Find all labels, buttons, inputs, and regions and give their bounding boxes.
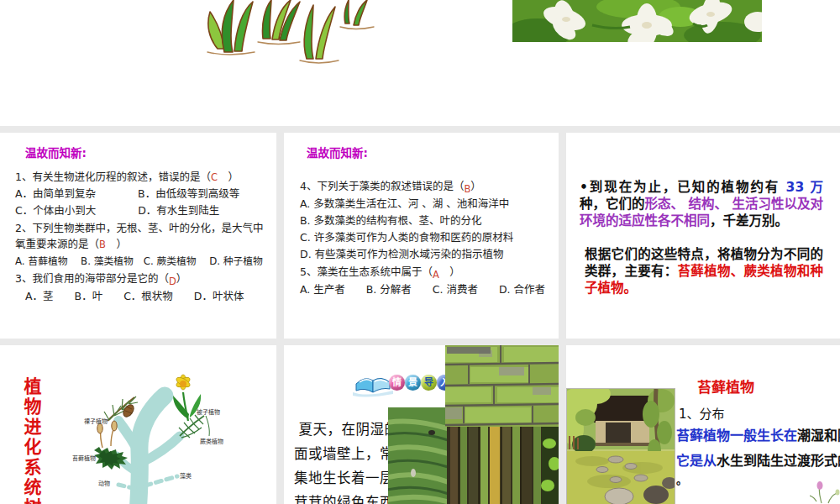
question-4: 4、下列关于藻类的叙述错误的是（B） xyxy=(300,177,481,193)
mossy-brick-wall-photo xyxy=(445,345,559,427)
question-3-options: A．茎 B．叶 C．根状物 D．叶状体 xyxy=(25,287,244,303)
label-fern: 蕨类植物 xyxy=(200,438,223,445)
slide-review-questions-2: 温故而知新: 4、下列关于藻类的叙述错误的是（B） A. 多数藻类生活在江、河 … xyxy=(284,133,559,339)
scene-text-line4: 茸茸的绿色东西 xyxy=(294,491,394,504)
answer-letter: A xyxy=(433,269,439,281)
question-1-options-cd: C．个体由小到大 D．有水生到陆生 xyxy=(15,202,219,218)
slide-moss-plants: 苔藓植物 1、分布 苔藓植物一般生长在潮湿和阴暗的环境 它是从水生到陆生过渡形式… xyxy=(566,345,840,504)
question-5: 5、藻类在生态系统中属于（A ） xyxy=(300,263,460,279)
answer-letter: B xyxy=(99,239,106,250)
photo-watermark xyxy=(447,347,491,354)
slide-review-questions-1: 温故而知新: 1、有关生物进化历程的叙述，错误的是（C ） A．由简单到复杂 B… xyxy=(0,133,276,339)
row-separator xyxy=(0,339,840,345)
vertical-slide-title: 植物进化系统树 xyxy=(18,377,44,504)
answer-letter: C xyxy=(211,171,218,183)
badge-char-dao: 导 xyxy=(421,375,437,391)
intro-paragraph-1: •到现在为止，已知的植物约有 33 万种，它们的形态、 结构、 生活习性以及对环… xyxy=(580,179,823,229)
question-4-option-c: C. 许多藻类可作为人类的食物和医药的原材料 xyxy=(300,228,513,244)
question-4-option-a: A. 多数藻类生活在江、河 、湖 、池和海洋中 xyxy=(300,195,509,211)
label-algae: 藻类 xyxy=(180,472,192,480)
slide-title: 温故而知新: xyxy=(307,144,368,160)
question-1-options-ab: A．由简单到复杂 B．由低级等到高级等 xyxy=(15,185,239,201)
label-animal: 动物 xyxy=(98,480,110,487)
period: 。 xyxy=(676,471,687,487)
label-angiosperm: 被子植物 xyxy=(197,408,220,416)
badge-char-qing: 情 xyxy=(389,375,405,391)
question-1: 1、有关生物进化历程的叙述，错误的是（C ） xyxy=(15,168,239,184)
flower-decoration xyxy=(810,481,840,504)
question-5-options: A. 生产者 B. 分解者 C. 消费者 D. 合作者 xyxy=(300,281,545,297)
slide-scene-intro: 情 景 导 入 夏天，在阴湿的地 面或墙壁上，常密 集地生长着一层毛 茸茸的绿色… xyxy=(284,345,559,504)
slide-title: 苔藓植物 xyxy=(697,375,754,396)
mossy-rocks-photo xyxy=(388,407,447,504)
slide-title: 温故而知新: xyxy=(25,144,87,160)
document-page: 温故而知新: 1、有关生物进化历程的叙述，错误的是（C ） A．由简单到复杂 B… xyxy=(0,0,840,504)
label-gymnosperm: 裸子植物 xyxy=(84,417,108,425)
cartoon-grass-illustration xyxy=(206,0,382,69)
question-2-line1: 2、下列生物类群中，无根、茎、叶的分化，是大气中 xyxy=(15,219,263,235)
question-4-option-d: D. 有些藻类可作为检测水域污染的指示植物 xyxy=(300,245,504,261)
intro-paragraph-2: 根据它们的这些特点，将植物分为不同的类群，主要有：苔藓植物、蕨类植物和种子植物。 xyxy=(585,246,823,297)
question-4-option-b: B. 多数藻类的结构有根、茎、叶的分化 xyxy=(300,212,482,228)
bullet: • xyxy=(580,180,588,195)
slide-plant-kingdom-intro: •到现在为止，已知的植物约有 33 万种，它们的形态、 结构、 生活习性以及对环… xyxy=(566,133,840,339)
mossy-tree-trunks-photo xyxy=(447,427,559,504)
column-gutter xyxy=(559,126,566,504)
slide-evolution-tree: 植物进化系统树 xyxy=(0,345,276,504)
subtitle-distribution: 1、分布 xyxy=(679,404,725,422)
question-2-options: A. 苔藓植物 B. 藻类植物 C. 蕨类植物 D. 种子植物 xyxy=(15,253,263,267)
column-gutter xyxy=(276,126,284,504)
answer-letter: D xyxy=(169,276,176,287)
label-moss: 苔藓植物 xyxy=(72,454,96,462)
distribution-line2: 它是从水生到陆生过渡形式的代表 xyxy=(676,449,840,470)
mossy-garden-photo xyxy=(566,388,675,504)
count-highlight: 33 万 xyxy=(786,180,823,195)
badge-char-jing: 景 xyxy=(405,375,421,391)
answer-letter: B xyxy=(464,183,470,195)
question-3: 3、我们食用的海带部分是它的（D） xyxy=(15,270,186,286)
row-separator xyxy=(0,126,840,133)
distribution-line1: 苔藓植物一般生长在潮湿和阴暗的环境 xyxy=(676,424,840,444)
question-2-line2: 氧重要来源的是（B ） xyxy=(15,235,127,251)
white-jasmine-flowers-photo xyxy=(512,0,762,42)
